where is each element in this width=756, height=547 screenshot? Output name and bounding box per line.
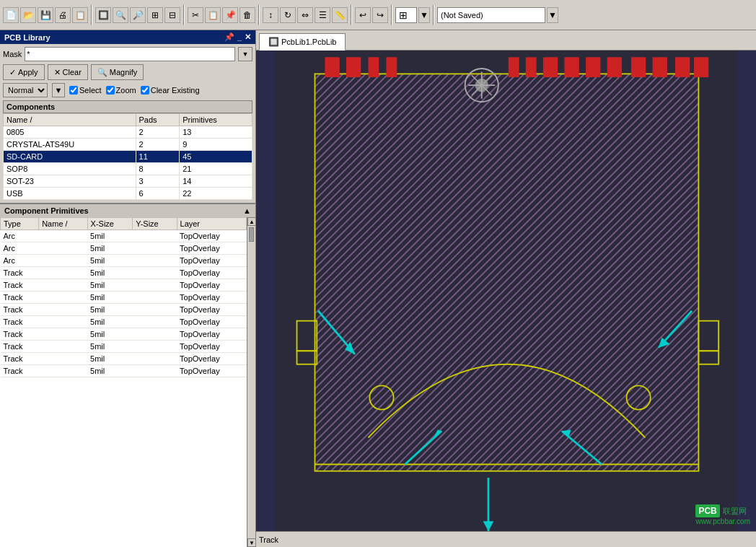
print-icon[interactable]: 🖨 [55,7,71,23]
del-icon[interactable]: 🗑 [239,7,255,23]
new-icon[interactable]: 📄 [3,7,19,23]
primitives-scroll-up[interactable]: ▲ [243,206,251,215]
table-row[interactable]: SD-CARD 11 45 [4,151,252,163]
table-row[interactable]: CRYSTAL-ATS49U 2 9 [4,139,252,151]
zoom-checkbox-label[interactable]: Zoom [106,86,136,95]
prim-name-header[interactable]: Name / [39,218,87,230]
list-item[interactable]: Arc 5mil TopOverlay [1,242,247,255]
primitives-titlebar: Component Primitives ▲ [0,204,255,217]
pads-col-header[interactable]: Pads [136,114,180,126]
not-saved-dropdown[interactable]: (Not Saved) [437,7,545,23]
prim-xsize-header[interactable]: X-Size [87,218,133,230]
prim-layer-header[interactable]: Layer [177,218,246,230]
magnify-label: Magnify [110,68,138,76]
undo-icon[interactable]: ↩ [355,7,371,23]
clear-existing-checkbox[interactable] [141,86,149,95]
table-row[interactable]: USB 6 22 [4,188,252,200]
prim-xsize: 5mil [87,365,133,377]
list-item[interactable]: Track 5mil TopOverlay [1,341,247,353]
apply-button[interactable]: ✓ Apply [3,64,45,80]
pcblib-tab[interactable]: 🔲 PcbLib1.PcbLib [259,33,346,51]
list-item[interactable]: Track 5mil TopOverlay [1,292,247,304]
scroll-up-btn[interactable]: ▲ [247,217,255,226]
prim-type-header[interactable]: Type [1,218,39,230]
table-row[interactable]: SOT-23 3 14 [4,175,252,188]
main-toolbar: 📄 📂 💾 🖨 📋 🔲 🔍 🔎 ⊞ ⊟ ✂ 📋 📌 🗑 ↕ ↻ ⇔ ☰ 📏 ↩ … [0,0,756,30]
prim-layer: TopOverlay [177,292,246,304]
list-item[interactable]: Track 5mil TopOverlay [1,316,247,328]
list-item[interactable]: Arc 5mil TopOverlay [1,255,247,267]
prim-name [39,328,87,341]
prim-xsize: 5mil [87,353,133,365]
grid-selector[interactable]: ⊞ [395,7,417,23]
comp-primitives: 9 [180,139,252,151]
list-item[interactable]: Track 5mil TopOverlay [1,279,247,292]
list-item[interactable]: Track 5mil TopOverlay [1,304,247,316]
pin-icon[interactable]: 📌 [224,32,234,42]
copy-icon[interactable]: 📋 [205,7,221,23]
close-icon[interactable]: ✕ [245,32,251,42]
zoom-checkbox[interactable] [106,86,115,95]
primitives-scrollbar[interactable]: ▲ ▼ [247,217,255,547]
grid-icon[interactable]: ⊟ [164,7,180,23]
zoom-all-icon[interactable]: ⊞ [147,7,163,23]
open-icon[interactable]: 📂 [20,7,36,23]
select-checkbox[interactable] [69,86,78,95]
zoom-icon[interactable]: 🔍 [113,7,128,23]
normal-dropdown-btn[interactable]: ▼ [52,83,65,97]
component-icon[interactable]: 🔲 [95,7,111,23]
measure-icon[interactable]: 📏 [332,7,348,23]
normal-select[interactable]: Normal [3,83,48,97]
prim-ysize [133,365,177,377]
align-icon[interactable]: ☰ [315,7,330,23]
list-item[interactable]: Track 5mil TopOverlay [1,353,247,365]
prim-layer: TopOverlay [177,230,246,242]
tool5-icon[interactable]: 📋 [72,7,88,23]
flip-icon[interactable]: ⇔ [297,7,313,23]
main-area: PCB Library 📌 _ ✕ Mask ▼ ✓ [0,30,756,547]
rotate-icon[interactable]: ↻ [280,7,296,23]
primitives-col-header[interactable]: Primitives [180,114,252,126]
paste-icon[interactable]: 📌 [222,7,238,23]
minimize-icon[interactable]: _ [237,32,242,42]
list-item[interactable]: Track 5mil TopOverlay [1,365,247,377]
sep3 [258,5,260,25]
prim-name [39,353,87,365]
move-icon[interactable]: ↕ [263,7,278,23]
prim-name [39,242,87,255]
pcb-library-titlebar: PCB Library 📌 _ ✕ [0,30,255,44]
redo-icon[interactable]: ↪ [372,7,388,23]
prim-ysize [133,341,177,353]
table-row[interactable]: 0805 2 13 [4,126,252,139]
zoom-fit-icon[interactable]: 🔎 [130,7,146,23]
name-col-header[interactable]: Name / [4,114,136,126]
magnify-button[interactable]: 🔍 Magnify [91,64,144,80]
scroll-thumb[interactable] [249,227,254,242]
grid-dropdown-icon[interactable]: ▼ [418,7,430,23]
btn-row: ✓ Apply ✕ Clear 🔍 Magnify [3,64,252,80]
mask-input[interactable] [25,47,235,61]
comp-primitives: 14 [180,175,252,188]
prim-layer: TopOverlay [177,267,246,279]
clear-label: Clear [63,68,82,76]
mask-dropdown-btn[interactable]: ▼ [238,47,252,61]
clear-existing-checkbox-label[interactable]: Clear Existing [141,86,200,95]
not-saved-dropdown-arrow[interactable]: ▼ [547,7,558,23]
save-icon[interactable]: 💾 [38,7,53,23]
select-checkbox-label[interactable]: Select [69,86,102,95]
list-item[interactable]: Track 5mil TopOverlay [1,267,247,279]
comp-pads: 2 [136,139,180,151]
prim-ysize-header[interactable]: Y-Size [133,218,177,230]
pcb-canvas[interactable]: PCB 联盟网 www.pcbbar.com [256,51,756,531]
prim-type: Track [1,279,39,292]
prim-name [39,292,87,304]
list-item[interactable]: Track 5mil TopOverlay [1,328,247,341]
clear-button[interactable]: ✕ Clear [48,64,88,80]
component-primitives-panel: Component Primitives ▲ Type Name / X-Siz… [0,203,255,547]
prim-xsize: 5mil [87,304,133,316]
prim-name [39,255,87,267]
list-item[interactable]: Arc 5mil TopOverlay [1,230,247,242]
cut-icon[interactable]: ✂ [188,7,203,23]
scroll-down-btn[interactable]: ▼ [247,538,255,547]
table-row[interactable]: SOP8 8 21 [4,163,252,175]
